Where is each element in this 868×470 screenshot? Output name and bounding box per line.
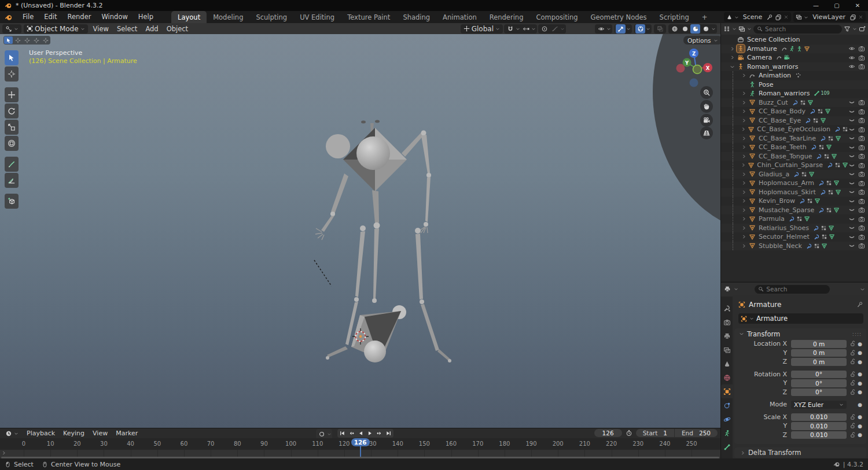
- animate-dot[interactable]: ●: [857, 423, 863, 429]
- eye-closed-icon[interactable]: [848, 171, 855, 177]
- sphere-toggle[interactable]: [680, 24, 690, 34]
- disable-render-icon[interactable]: [858, 188, 865, 195]
- magnet-icon[interactable]: [505, 24, 515, 34]
- disable-render-icon[interactable]: [858, 216, 865, 223]
- outliner-row[interactable]: CC_Base_TearLine: [721, 134, 868, 143]
- maximize-button[interactable]: ▢: [826, 0, 847, 11]
- outliner-row[interactable]: Chin_Curtain_Sparse: [721, 161, 868, 170]
- options-button[interactable]: Options: [683, 36, 720, 45]
- properties-search-input[interactable]: [766, 286, 826, 293]
- timeline-expand-icon[interactable]: [1, 450, 6, 456]
- workspace-tab-animation[interactable]: Animation: [436, 11, 483, 23]
- add-workspace-button[interactable]: +: [696, 13, 714, 21]
- outliner-search-input[interactable]: [765, 25, 838, 32]
- viewport-menu-add[interactable]: Add: [141, 25, 162, 33]
- animate-dot[interactable]: ●: [857, 432, 863, 438]
- object-name-field[interactable]: Armature: [738, 313, 863, 324]
- wire-sphere-toggle[interactable]: [670, 24, 679, 34]
- outliner-filter-display-icon[interactable]: [738, 25, 745, 32]
- expander-closed[interactable]: [740, 180, 748, 186]
- mode-dropdown[interactable]: XYZ Euler: [791, 401, 847, 409]
- expander-closed[interactable]: [740, 190, 748, 195]
- workspace-tab-shading[interactable]: Shading: [396, 11, 436, 23]
- copy-viewlayer-icon[interactable]: [849, 14, 856, 21]
- expander-closed[interactable]: [740, 208, 748, 213]
- eye-closed-icon[interactable]: [848, 216, 855, 223]
- disable-render-icon[interactable]: [858, 224, 865, 231]
- eye-closed-icon[interactable]: [848, 99, 855, 106]
- timeline-menu-keying[interactable]: Keying: [59, 430, 89, 437]
- transport-play-rev[interactable]: [356, 430, 365, 437]
- xray-toggle[interactable]: [655, 24, 665, 34]
- disable-render-icon[interactable]: [858, 206, 865, 213]
- expander-closed[interactable]: [740, 109, 748, 114]
- expander-open[interactable]: [729, 64, 736, 69]
- animate-dot[interactable]: ●: [857, 341, 863, 347]
- hide-eye-icon[interactable]: [848, 45, 855, 52]
- properties-options-chevron[interactable]: [860, 287, 865, 292]
- properties-tab-bone[interactable]: [721, 440, 733, 454]
- lock-icon[interactable]: [848, 423, 857, 429]
- disable-render-icon[interactable]: [858, 198, 865, 205]
- timeline-menu-view[interactable]: View: [89, 430, 112, 437]
- menu-help[interactable]: Help: [133, 11, 159, 23]
- outliner-row[interactable]: Gladius_a: [721, 170, 868, 179]
- disable-render-icon[interactable]: [858, 153, 865, 160]
- value-field[interactable]: 0.010: [791, 413, 847, 421]
- select-mode-extend[interactable]: [23, 36, 31, 44]
- properties-search[interactable]: [755, 285, 830, 294]
- minimize-button[interactable]: —: [806, 0, 826, 11]
- disable-render-icon[interactable]: [858, 126, 865, 133]
- mode-dropdown[interactable]: Object Mode: [24, 24, 88, 34]
- expander-closed[interactable]: [740, 154, 748, 159]
- expander-closed[interactable]: [740, 127, 747, 132]
- outliner-row[interactable]: Pose: [721, 80, 868, 90]
- viewport-menu-view[interactable]: View: [89, 25, 113, 33]
- eye-closed-icon[interactable]: [848, 224, 855, 231]
- pin-icon[interactable]: [856, 301, 863, 308]
- properties-editor-icon[interactable]: [724, 286, 731, 293]
- tool-move[interactable]: [5, 87, 19, 102]
- outliner-row[interactable]: Camera: [721, 53, 868, 62]
- outliner-row[interactable]: Roman_warriors109: [721, 89, 868, 98]
- menu-window[interactable]: Window: [96, 11, 133, 23]
- proportional-edit-group[interactable]: [538, 24, 566, 34]
- outliner-display-mode-icon[interactable]: [723, 25, 730, 32]
- properties-tab-render[interactable]: [721, 315, 733, 329]
- expander-closed[interactable]: [740, 172, 748, 177]
- new-collection-icon[interactable]: [859, 25, 866, 32]
- disable-render-icon[interactable]: [858, 242, 865, 249]
- outliner-row[interactable]: CC_Base_EyeOcclusion: [721, 125, 868, 134]
- expander-closed[interactable]: [740, 234, 748, 239]
- disable-render-icon[interactable]: [858, 135, 865, 142]
- disable-render-icon[interactable]: [858, 99, 865, 106]
- outliner-row[interactable]: Parmula: [721, 214, 868, 224]
- expander-closed[interactable]: [740, 243, 748, 249]
- lock-icon[interactable]: [848, 358, 857, 365]
- workspace-tab-layout[interactable]: Layout: [171, 11, 207, 23]
- properties-tab-viewlayer[interactable]: [721, 343, 733, 357]
- transport-play[interactable]: [366, 430, 374, 437]
- lock-icon[interactable]: [848, 414, 857, 420]
- armature-object[interactable]: [315, 120, 451, 363]
- disable-render-icon[interactable]: [858, 108, 865, 115]
- workspace-tab-scripting[interactable]: Scripting: [653, 11, 696, 23]
- eye-closed-icon[interactable]: [848, 198, 855, 205]
- outliner-row[interactable]: Buzz_Cut: [721, 98, 868, 108]
- eye-closed-icon[interactable]: [848, 234, 855, 240]
- properties-tab-output[interactable]: [721, 329, 733, 343]
- viewport-menu-object[interactable]: Object: [163, 25, 192, 33]
- eye-closed-icon[interactable]: [848, 180, 855, 187]
- animate-dot[interactable]: ●: [857, 371, 863, 377]
- stopwatch-icon[interactable]: [626, 430, 632, 436]
- tool-annotate[interactable]: [5, 157, 19, 172]
- current-frame-field[interactable]: 126: [594, 429, 622, 437]
- expander-closed[interactable]: [740, 73, 748, 78]
- value-field[interactable]: 0 m: [791, 340, 847, 348]
- panel-drag-dots[interactable]: ::::: [852, 331, 862, 337]
- viewlayer-selector[interactable]: ViewLayer: [793, 12, 866, 22]
- overlay-toggle[interactable]: [635, 24, 645, 34]
- expander-closed[interactable]: [740, 216, 748, 221]
- outliner-row[interactable]: CC_Base_Eye: [721, 116, 868, 125]
- expander-closed[interactable]: [729, 46, 736, 51]
